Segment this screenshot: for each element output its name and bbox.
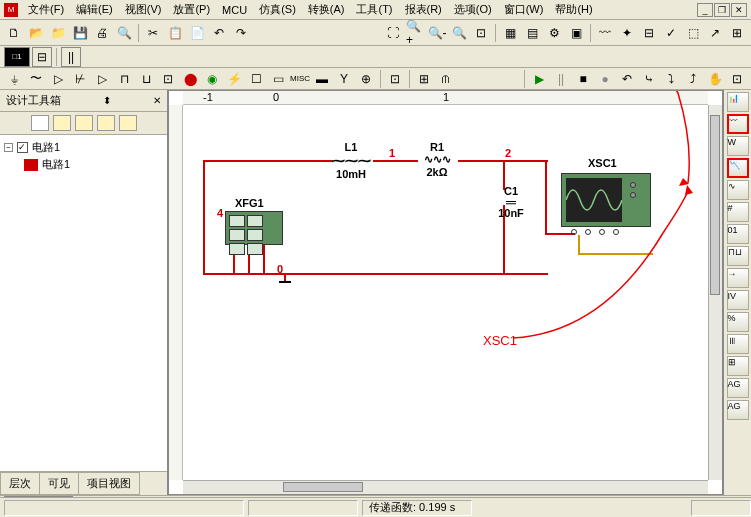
open-folder-icon[interactable] bbox=[53, 115, 71, 131]
indicator-icon[interactable]: ◉ bbox=[202, 69, 222, 89]
save-icon[interactable]: 💾 bbox=[70, 23, 90, 43]
list-icon[interactable] bbox=[119, 115, 137, 131]
menu-report[interactable]: 报表(R) bbox=[399, 0, 448, 19]
interactive-icon[interactable]: ✋ bbox=[705, 69, 725, 89]
network-icon[interactable]: ⊞ bbox=[727, 356, 749, 376]
print-preview-icon[interactable]: 🔍 bbox=[114, 23, 134, 43]
minimize-button[interactable]: _ bbox=[697, 3, 713, 17]
menu-mcu[interactable]: MCU bbox=[216, 2, 253, 18]
wire[interactable] bbox=[203, 160, 205, 275]
menu-file[interactable]: 文件(F) bbox=[22, 0, 70, 19]
breadboard-icon[interactable]: ▣ bbox=[566, 23, 586, 43]
menu-edit[interactable]: 编辑(E) bbox=[70, 0, 119, 19]
stop-icon[interactable]: ■ bbox=[573, 69, 593, 89]
power-icon[interactable]: ⚡ bbox=[224, 69, 244, 89]
tree-root-row[interactable]: − 电路1 bbox=[4, 139, 163, 156]
grapher-icon[interactable]: ▤ bbox=[522, 23, 542, 43]
pause-view-icon[interactable]: || bbox=[61, 47, 81, 67]
capture-icon[interactable]: ⬚ bbox=[683, 23, 703, 43]
scrollbar-horizontal[interactable] bbox=[183, 480, 708, 494]
misc-digital-icon[interactable]: ⊡ bbox=[158, 69, 178, 89]
oscilloscope-xsc1[interactable] bbox=[561, 173, 651, 227]
advanced-icon[interactable]: ▭ bbox=[268, 69, 288, 89]
step-back-icon[interactable]: ↶ bbox=[617, 69, 637, 89]
redo-icon[interactable]: ↷ bbox=[231, 23, 251, 43]
electromech-icon[interactable]: ▬ bbox=[312, 69, 332, 89]
logic-analyzer-icon[interactable]: ⊓⊔ bbox=[727, 246, 749, 266]
diode-icon[interactable]: ▷ bbox=[48, 69, 68, 89]
settings-icon[interactable]: ⊡ bbox=[727, 69, 747, 89]
menu-options[interactable]: 选项(O) bbox=[448, 0, 498, 19]
menu-view[interactable]: 视图(V) bbox=[119, 0, 168, 19]
source-icon[interactable]: ⏚ bbox=[4, 69, 24, 89]
full-screen-icon[interactable]: ⛶ bbox=[383, 23, 403, 43]
tab-visible[interactable]: 可见 bbox=[39, 472, 79, 495]
rf-icon[interactable]: MISC bbox=[290, 69, 310, 89]
design-tree[interactable]: − 电路1 电路1 bbox=[0, 135, 167, 471]
menu-window[interactable]: 窗口(W) bbox=[498, 0, 550, 19]
undo-icon[interactable]: ↶ bbox=[209, 23, 229, 43]
freq-counter-icon[interactable]: # bbox=[727, 202, 749, 222]
copy-icon[interactable]: 📋 bbox=[165, 23, 185, 43]
mixed-icon[interactable]: ⬤ bbox=[180, 69, 200, 89]
run-icon[interactable]: ▶ bbox=[529, 69, 549, 89]
paste-icon[interactable]: 📄 bbox=[187, 23, 207, 43]
zoom-out-icon[interactable]: 🔍- bbox=[427, 23, 447, 43]
wire[interactable] bbox=[545, 160, 547, 235]
tab-project[interactable]: 项目视图 bbox=[78, 472, 140, 495]
zoom-fit-icon[interactable]: ⊡ bbox=[471, 23, 491, 43]
hierarchy-icon[interactable]: ⊞ bbox=[414, 69, 434, 89]
scope-pin[interactable] bbox=[571, 229, 577, 235]
erc-icon[interactable]: ✓ bbox=[661, 23, 681, 43]
new-icon[interactable]: 🗋 bbox=[4, 23, 24, 43]
zoom-in-icon[interactable]: 🔍+ bbox=[405, 23, 425, 43]
component-icon[interactable]: ⊟ bbox=[32, 47, 52, 67]
new-file-icon[interactable] bbox=[31, 115, 49, 131]
wire[interactable] bbox=[578, 235, 580, 255]
ground-symbol[interactable] bbox=[277, 275, 293, 289]
back-annotate-icon[interactable]: ↗ bbox=[705, 23, 725, 43]
wire[interactable] bbox=[578, 253, 653, 255]
function-generator-xfg1[interactable] bbox=[225, 211, 283, 245]
basic-icon[interactable]: 〜 bbox=[26, 69, 46, 89]
scope-pin[interactable] bbox=[613, 229, 619, 235]
connector-icon[interactable]: ⊕ bbox=[356, 69, 376, 89]
collapse-icon[interactable]: − bbox=[4, 143, 13, 152]
cmos-icon[interactable]: ⊔ bbox=[136, 69, 156, 89]
menu-sim[interactable]: 仿真(S) bbox=[253, 0, 302, 19]
iv-analyzer-icon[interactable]: IV bbox=[727, 290, 749, 310]
nI-icon[interactable]: Y bbox=[334, 69, 354, 89]
schematic-canvas[interactable]: -1 0 1 XFG1 XSC1 bbox=[168, 90, 723, 495]
tab-layer[interactable]: 层次 bbox=[0, 472, 40, 495]
inductor-l1[interactable]: L1 ⁓⁓⁓ 10mH bbox=[331, 141, 371, 180]
step-out-icon[interactable]: ⤴ bbox=[683, 69, 703, 89]
resistor-r1[interactable]: R1 ∿∿∿ 2kΩ bbox=[417, 141, 457, 178]
word-gen-icon[interactable]: 01 bbox=[727, 224, 749, 244]
tree-child-row[interactable]: 电路1 bbox=[4, 156, 163, 173]
agilent-gen-icon[interactable]: AG bbox=[727, 378, 749, 398]
oscilloscope-icon[interactable]: 📉 bbox=[727, 158, 749, 178]
in-use-list-icon[interactable]: □1 bbox=[4, 47, 30, 67]
step-icon[interactable]: ⤷ bbox=[639, 69, 659, 89]
scrollbar-vertical[interactable] bbox=[708, 105, 722, 480]
spreadsheet-icon[interactable]: ▦ bbox=[500, 23, 520, 43]
forward-annotate-icon[interactable]: ⊞ bbox=[727, 23, 747, 43]
wattmeter-icon[interactable]: W bbox=[727, 136, 749, 156]
save-all-icon[interactable] bbox=[75, 115, 93, 131]
transistor-icon[interactable]: ⊬ bbox=[70, 69, 90, 89]
close-button[interactable]: ✕ bbox=[731, 3, 747, 17]
database-icon[interactable]: ⊟ bbox=[639, 23, 659, 43]
spectrum-icon[interactable]: ⫼ bbox=[727, 334, 749, 354]
misc-icon[interactable]: ☐ bbox=[246, 69, 266, 89]
distortion-icon[interactable]: % bbox=[727, 312, 749, 332]
multimeter-icon[interactable]: 📊 bbox=[727, 92, 749, 112]
wire[interactable] bbox=[373, 160, 418, 162]
logic-conv-icon[interactable]: → bbox=[727, 268, 749, 288]
wire[interactable] bbox=[203, 160, 333, 162]
cut-icon[interactable]: ✂ bbox=[143, 23, 163, 43]
menu-trans[interactable]: 转换(A) bbox=[302, 0, 351, 19]
restore-button[interactable]: ❐ bbox=[714, 3, 730, 17]
capacitor-c1[interactable]: C1 ═ 10nF bbox=[491, 185, 531, 219]
open-icon[interactable]: 📂 bbox=[26, 23, 46, 43]
wire[interactable] bbox=[203, 273, 548, 275]
